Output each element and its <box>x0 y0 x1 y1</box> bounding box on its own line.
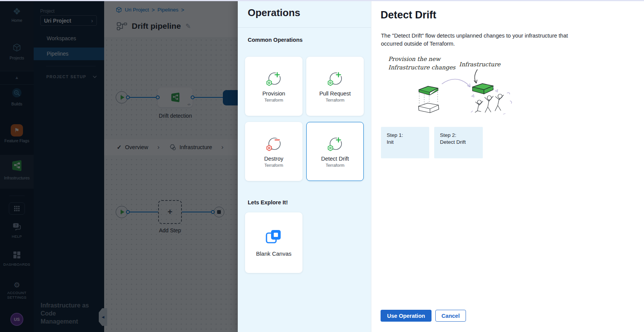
step-box-1: Step 1: Init <box>381 127 429 158</box>
cancel-button[interactable]: Cancel <box>435 310 466 322</box>
operation-name: Destroy <box>264 156 283 162</box>
blank-canvas-icon <box>265 229 283 245</box>
operation-sub: Terraform <box>325 163 344 168</box>
operation-sub: Terraform <box>325 98 344 102</box>
use-operation-button[interactable]: Use Operation <box>381 310 432 322</box>
stick-figures-sketch <box>475 94 503 113</box>
lets-explore-heading: Lets Explore It! <box>248 199 288 205</box>
modal-dim-overlay[interactable] <box>0 0 238 332</box>
operation-name: Provision <box>262 90 285 97</box>
divider <box>238 27 371 28</box>
detect-drift-illustration: Provision the new Infrastructure changes… <box>381 51 522 122</box>
drawer-title: Operations <box>248 7 300 19</box>
detail-title: Detect Drift <box>381 9 436 21</box>
window-top-edge <box>0 0 644 1</box>
operation-name: Detect Drift <box>321 156 349 162</box>
operations-drawer: Operations Common Operations Provision T… <box>238 0 371 332</box>
operation-card-destroy[interactable]: Destroy Terraform <box>245 122 302 181</box>
app-window: ❖ Home Projects ▲ <box>0 0 644 332</box>
destroy-terraform-icon <box>264 135 283 153</box>
step-name: Detect Drift <box>440 139 483 146</box>
drift-arrow <box>442 79 470 87</box>
provision-terraform-icon <box>264 70 283 88</box>
hexagon-infra-sketch <box>472 84 493 94</box>
detect-drift-terraform-icon <box>325 135 345 153</box>
operation-name: Pull Request <box>319 90 351 97</box>
blank-canvas-label: Blank Canvas <box>256 250 292 257</box>
operation-card-pull-request[interactable]: Pull Request Terraform <box>306 57 364 116</box>
blank-canvas-card[interactable]: Blank Canvas <box>245 212 302 273</box>
detail-description: The "Detect Drift" flow detects unplanne… <box>381 32 580 48</box>
illustration-caption-line2: Infrastructure changes <box>388 64 456 71</box>
pull-request-terraform-icon <box>325 70 345 88</box>
common-operations-heading: Common Operations <box>248 37 302 43</box>
step-title: Step 1: <box>387 132 429 139</box>
operation-detail-panel: Detect Drift The "Detect Drift" flow det… <box>371 0 644 332</box>
operation-card-detect-drift[interactable]: Detect Drift Terraform <box>306 122 364 181</box>
step-box-2: Step 2: Detect Drift <box>434 127 483 158</box>
illustration-caption-right: Infrastructure <box>459 61 501 68</box>
step-name: Init <box>387 139 429 146</box>
detail-actions: Use Operation Cancel <box>381 310 466 322</box>
operation-card-provision[interactable]: Provision Terraform <box>245 57 302 116</box>
hexagon-lifting-sketch <box>418 86 439 113</box>
operation-sub: Terraform <box>264 98 283 102</box>
step-title: Step 2: <box>440 132 483 139</box>
operation-sub: Terraform <box>264 163 283 168</box>
illustration-caption-line1: Provision the new <box>388 56 441 62</box>
